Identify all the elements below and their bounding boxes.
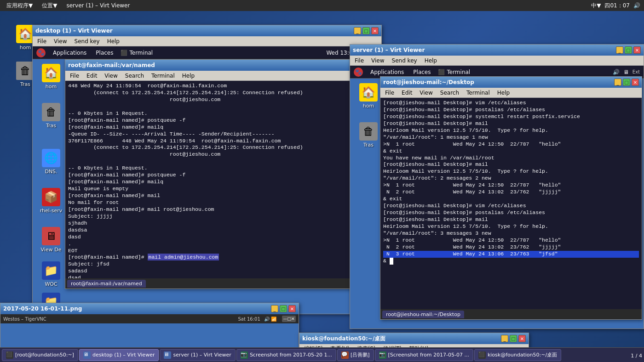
taskbar-item-desktop-viewer[interactable]: 🖥 desktop (1) – Virt Viewer — [79, 349, 159, 361]
inner-desktop-area: 🏠 hom 🗑 Tras 🌐 DNS. 📦 rhel-serv — [33, 59, 381, 314]
server-inner-menu-file[interactable]: File — [382, 89, 397, 97]
server-menu-view[interactable]: View — [368, 57, 387, 65]
server-maximize-button[interactable]: □ — [625, 46, 632, 54]
server-inner-menu-edit[interactable]: Edit — [399, 89, 415, 97]
inner-wow-label: WOC — [45, 281, 57, 287]
inner-menu-edit[interactable]: Edit — [84, 72, 100, 80]
desktop-virt-viewer-titlebar[interactable]: desktop (1) – Virt Viewer _ □ ✕ — [33, 25, 381, 36]
taskbar-page-indicator: 1 / 4 — [631, 351, 642, 359]
desktop-virt-viewer-title: desktop (1) – Virt Viewer — [35, 28, 113, 34]
server-inner-terminal-tabbar: root@jieshou-mail:~/Desktop — [380, 309, 642, 319]
places-menu[interactable]: 位置▼ — [39, 2, 60, 10]
inner-home-icon[interactable]: 🏠 hom — [35, 64, 67, 90]
inner-terminal-label: Terminal — [129, 50, 153, 56]
server-minimize-button[interactable]: _ — [616, 46, 623, 54]
kiosk-titlebar[interactable]: kiosk@foundation50:~/桌面 _ □ ✕ — [299, 333, 529, 344]
server-menu-help[interactable]: Help — [422, 57, 440, 65]
app-menu[interactable]: 应用程序▼ — [4, 2, 35, 10]
snapshot-minimize[interactable]: _ — [271, 305, 278, 312]
taskbar-kiosk-label: kiosk@foundation50:~/桌面 — [488, 351, 557, 358]
inner-wow-icon[interactable]: 📁 WOC — [35, 261, 67, 287]
inner-dns-icon[interactable]: 🌐 DNS. — [35, 149, 67, 175]
minimize-button[interactable]: _ — [354, 27, 361, 34]
system-volume[interactable]: 🔊 — [633, 2, 640, 9]
inner-menu-file[interactable]: File — [67, 72, 82, 80]
server-inner-terminal-body[interactable]: [root@jieshou-mail Desktop]# vim /etc/al… — [380, 98, 642, 309]
inner-menu-search[interactable]: Search — [122, 72, 147, 80]
server-inner-applications-menu[interactable]: Applications — [367, 68, 408, 76]
inner-terminal-titlebar[interactable]: root@faxin-mail:/var/named _ □ ✕ — [65, 60, 377, 71]
server-virt-viewer-titlebar[interactable]: server (1) – Virt Viewer _ □ ✕ — [350, 45, 644, 56]
server-close-button[interactable]: ✕ — [633, 46, 641, 54]
server-inner-terminal-tab-active[interactable]: root@jieshou-mail:~/Desktop — [382, 311, 464, 318]
menu-help[interactable]: Help — [104, 37, 122, 45]
server-inner-maximize[interactable]: □ — [623, 79, 630, 86]
taskbar-item-foundation[interactable]: ⬛ [root@foundation50:~] — [2, 349, 78, 361]
inner-rhel-icon[interactable]: 📦 rhel-serv — [35, 188, 67, 214]
inner-places-menu[interactable]: Places — [92, 49, 117, 57]
server-virt-viewer-title: server (1) – Virt Viewer — [353, 47, 425, 53]
taskbar-item-server-viewer[interactable]: 🖥 server (1) – Virt Viewer — [160, 349, 235, 361]
server-inner-terminal-menubar: File Edit View Search Terminal Help — [380, 88, 642, 98]
inner-trash-icon[interactable]: 🗑 Tras — [35, 103, 67, 129]
terminal-icon-small: ⬛ — [121, 50, 127, 56]
server-menu-file[interactable]: File — [352, 57, 367, 65]
server-inner-menu-help[interactable]: Help — [494, 89, 512, 97]
system-bar-left: 应用程序▼ 位置▼ server (1) – Virt Viewer — [4, 2, 132, 10]
taskbar-item-screenshot2[interactable]: 📷 [Screenshot from 2017-05-07 ... — [375, 349, 473, 361]
server-trash-label: Tras — [363, 142, 374, 148]
inner-terminal-tab-active[interactable]: root@faxin-mail:/var/named — [67, 280, 146, 288]
close-button[interactable]: ✕ — [371, 27, 379, 34]
gnome-foot-icon: 🐾 — [36, 48, 46, 57]
inner-menu-terminal[interactable]: Terminal — [149, 72, 178, 80]
snapshot-close[interactable]: ✕ — [288, 305, 296, 312]
server-panel-disp[interactable]: 🖥 — [623, 69, 629, 75]
inner-terminal-title: root@faxin-mail:/var/named — [68, 62, 155, 68]
server-inner-terminal-window: root@jieshou-mail:~/Desktop _ □ ✕ File E… — [380, 76, 642, 320]
inner-applications-menu[interactable]: Applications — [49, 49, 90, 57]
inner-terminal-body[interactable]: 448 Wed May 24 11:59:54 root@faxin-mail.… — [65, 81, 377, 278]
kiosk-controls: _ □ ✕ — [501, 335, 526, 342]
taskbar-screenshot1-label: Screenshot from 2017-05-20 1... — [250, 352, 332, 358]
snapshot-titlebar[interactable]: 2017-05-20 16-01-11.png _ □ ✕ — [0, 303, 299, 314]
server-inner-close[interactable]: ✕ — [632, 79, 639, 86]
server-inner-terminal-label: Terminal — [447, 69, 470, 75]
vnc-controls: —□✕ — [282, 316, 296, 322]
server-inner-menu-search[interactable]: Search — [437, 89, 462, 97]
inner-view-desktop-icon[interactable]: 🖥 View De — [35, 227, 67, 253]
inner-terminal-tab[interactable]: ⬛ Terminal — [121, 50, 153, 56]
system-bar-right: 中▼ 四01：07 🔊 — [591, 2, 640, 10]
kiosk-minimize[interactable]: _ — [501, 335, 508, 342]
menu-sendkey[interactable]: Send key — [72, 37, 103, 45]
server-inner-menu-terminal[interactable]: Terminal — [464, 89, 493, 97]
desktop-virt-viewer-window: desktop (1) – Virt Viewer _ □ ✕ File Vie… — [32, 25, 382, 314]
inner-terminal-menubar: File Edit View Search Terminal Help — [65, 71, 377, 81]
inner-trash-label: Tras — [46, 123, 56, 129]
kiosk-close[interactable]: ✕ — [518, 335, 526, 342]
server-inner-minimize[interactable]: _ — [614, 79, 621, 86]
menu-view[interactable]: View — [51, 37, 69, 45]
maximize-button[interactable]: □ — [362, 27, 370, 34]
server-virt-viewer-window: server (1) – Virt Viewer _ □ ✕ File View… — [350, 44, 644, 329]
inner-menu-help[interactable]: Help — [179, 72, 197, 80]
vnc-bar-text: Westos – TigerVNC — [3, 317, 46, 322]
server-terminal-icon-small: ⬛ — [438, 69, 445, 75]
inner-rhel-folder-icon: 📦 — [42, 188, 60, 206]
menu-file[interactable]: File — [34, 37, 49, 45]
server-trash-folder-icon: 🗑 — [359, 122, 378, 141]
server-panel-vol[interactable]: 🔊 — [613, 69, 620, 75]
server-inner-menu-view[interactable]: View — [417, 89, 435, 97]
snapshot-maximize[interactable]: □ — [280, 305, 287, 312]
server-menu-sendkey[interactable]: Send key — [389, 57, 420, 65]
taskbar-item-kiosk[interactable]: ⬛ kiosk@foundation50:~/桌面 — [474, 349, 561, 361]
kiosk-maximize[interactable]: □ — [510, 335, 517, 342]
server-inner-places-menu[interactable]: Places — [409, 68, 434, 76]
inner-wow-folder-icon: 📁 — [42, 261, 60, 280]
home-folder-icon: 🏠 — [16, 25, 34, 43]
inner-menu-view[interactable]: View — [102, 72, 120, 80]
server-inner-terminal-titlebar[interactable]: root@jieshou-mail:~/Desktop _ □ ✕ — [380, 77, 642, 88]
server-inner-terminal-tab[interactable]: ⬛ Terminal — [438, 69, 470, 75]
taskbar-item-chat[interactable]: 💬 [吕善鹏] — [337, 349, 374, 361]
taskbar-item-screenshot1[interactable]: 📷 Screenshot from 2017-05-20 1... — [236, 349, 336, 361]
server-panel-ext: Ext — [632, 69, 640, 74]
